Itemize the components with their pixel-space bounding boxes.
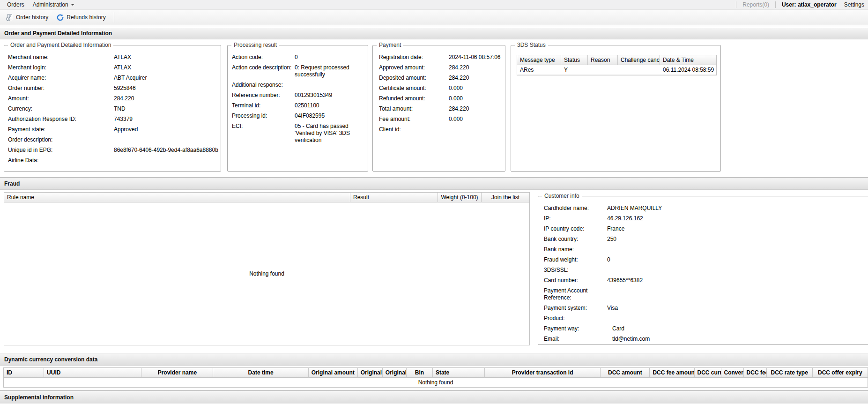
menu-orders[interactable]: Orders	[3, 0, 29, 9]
menu-orders-label: Orders	[7, 1, 24, 8]
col-header-challenge-cancel: Challenge cancel	[618, 55, 660, 65]
field-row: Cardholder name:ADRIEN MARQUILLY	[538, 203, 868, 213]
field-label: Product:	[544, 315, 607, 322]
field-label: IP:	[544, 215, 607, 222]
col-header-dcc-currency: DCC curr	[695, 368, 721, 378]
section-header-dcc: Dynamic currency conversion data	[0, 353, 868, 366]
field-row: Payment Account Reference:	[538, 285, 868, 303]
col-header-provider-transaction-id: Provider transaction id	[485, 368, 601, 378]
field-value: 05 - Card has passed 'Verified by VISA' …	[295, 123, 365, 144]
menu-administration-label: Administration	[33, 1, 68, 8]
dcc-empty-message: Nothing found	[4, 378, 868, 387]
user-label: User: atlax_operator	[782, 1, 837, 8]
tds-data-row: ARes Y 06.11.2024 08:58:59	[517, 65, 716, 75]
tds-status-table: Message type Status Reason Challenge can…	[517, 55, 717, 75]
field-value: 743379	[114, 116, 221, 123]
field-label: Bank name:	[544, 246, 607, 253]
field-label: Fee amount:	[379, 116, 449, 123]
menu-administration[interactable]: Administration	[29, 0, 79, 9]
customer-info-legend: Customer info	[542, 193, 582, 199]
refunds-history-button[interactable]: Refunds history	[53, 11, 110, 24]
field-row: Merchant login:ATLAX	[4, 62, 221, 73]
field-row: Product:	[538, 313, 868, 323]
tds-header-row: Message type Status Reason Challenge can…	[517, 55, 716, 65]
field-row: IP country code:France	[538, 224, 868, 234]
field-value: Visa	[607, 305, 868, 312]
field-label: Reference number:	[232, 92, 295, 99]
field-value: 0.000	[449, 116, 505, 123]
field-label: Amount:	[8, 95, 114, 102]
field-label: Refunded amount:	[379, 95, 449, 102]
col-header-id: ID	[4, 368, 44, 378]
field-label: Client id:	[379, 126, 449, 133]
toolbar: Order history Refunds history	[0, 10, 868, 25]
cell-challenge-cancel	[618, 65, 660, 75]
field-row: Bank country:250	[538, 234, 868, 244]
field-value: 0.000	[449, 95, 505, 102]
field-row: Payment way:Card	[538, 323, 868, 334]
field-row: Client id:	[373, 124, 505, 135]
field-value	[607, 267, 868, 274]
field-label: Fraud weight:	[544, 256, 607, 263]
field-label: Order number:	[8, 85, 114, 92]
order-history-button[interactable]: Order history	[2, 11, 53, 24]
col-header-original-fee: Original f	[358, 368, 383, 378]
fraud-header-row: Rule name Result Weight (0-100) Join the…	[4, 193, 529, 202]
divider	[736, 1, 736, 8]
field-value: ATLAX	[114, 64, 221, 71]
field-value: 439655**6382	[607, 277, 868, 284]
field-row: Certificate amount:0.000	[373, 83, 505, 93]
field-label: Payment Account Reference:	[544, 287, 607, 301]
customer-info-fieldset: Customer info Cardholder name:ADRIEN MAR…	[538, 193, 868, 345]
order-details-fieldset: Order and Payment Detailed Information M…	[4, 42, 221, 172]
menu-reports[interactable]: Reports(0)	[742, 1, 769, 8]
field-value: 001293015349	[295, 92, 365, 99]
field-label: Email:	[544, 336, 607, 343]
field-label: 3DS/SSL:	[544, 267, 607, 274]
fraud-empty-message: Nothing found	[4, 202, 529, 345]
field-value: TND	[114, 105, 221, 112]
field-value: 284.220	[449, 105, 505, 112]
col-header-join-the-list: Join the list	[482, 193, 529, 202]
field-row: Refunded amount:0.000	[373, 93, 505, 104]
col-header-date-time: Date time	[213, 368, 308, 378]
fraud-table: Rule name Result Weight (0-100) Join the…	[4, 192, 530, 345]
field-value: ABT Acquirer	[114, 75, 221, 82]
menubar: Orders Administration Reports(0) User: a…	[0, 0, 868, 10]
field-row: Merchant name:ATLAX	[4, 52, 221, 62]
cell-reason	[588, 65, 618, 75]
col-header-original-currency: Original c	[383, 368, 407, 378]
field-value: 04IF082595	[295, 112, 365, 120]
field-label: Currency:	[8, 105, 114, 112]
field-value	[607, 315, 868, 322]
divider	[114, 12, 114, 22]
field-label: Action code:	[232, 54, 295, 61]
page-title: Order and Payment Detailed Information	[0, 27, 868, 39]
field-value: 250	[607, 236, 868, 243]
col-header-status: Status	[561, 55, 588, 65]
cell-message-type: ARes	[517, 65, 561, 75]
col-header-dcc-rate-type: DCC rate type	[767, 368, 813, 378]
field-label: Additional response:	[232, 82, 295, 89]
field-label: Action code description:	[232, 64, 295, 78]
field-row: Unique id in EPG:86e8f670-6406-492b-9ed4…	[4, 145, 221, 155]
menu-settings[interactable]: Settings	[844, 1, 864, 8]
fraud-title-text: Fraud	[4, 180, 20, 187]
field-value	[114, 157, 221, 164]
field-row: Authorization Response ID:743379	[4, 114, 221, 124]
field-label: Payment state:	[8, 126, 114, 133]
field-value: tld@netim.com	[607, 336, 868, 343]
dcc-title-text: Dynamic currency conversion data	[4, 356, 97, 363]
field-row: Terminal id:02501100	[228, 100, 368, 111]
field-row: Registration date:2024-11-06 08:57:06	[373, 52, 505, 62]
field-value	[607, 287, 868, 301]
field-label: ECI:	[232, 123, 295, 144]
field-row: Fee amount:0.000	[373, 114, 505, 124]
col-header-dcc-fee: DCC fee	[744, 368, 767, 378]
dcc-empty-row: Nothing found	[4, 378, 868, 387]
payment-legend: Payment	[377, 42, 403, 48]
field-row: Card number:439655**6382	[538, 275, 868, 285]
col-header-bin: Bin	[407, 368, 433, 378]
field-value: 284.220	[449, 75, 505, 82]
field-value: 0	[607, 256, 868, 263]
